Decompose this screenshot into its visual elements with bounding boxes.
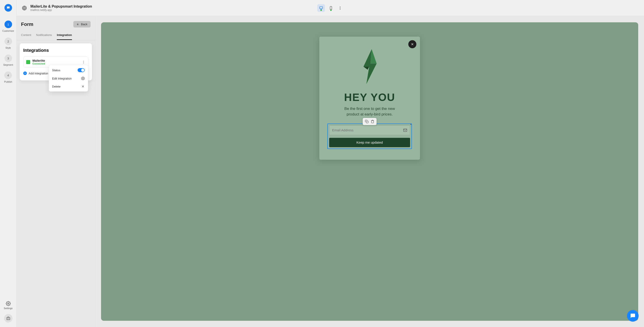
- ctx-delete-row[interactable]: Delete: [49, 82, 88, 90]
- step-number: 2: [4, 37, 12, 45]
- svg-point-7: [340, 7, 340, 8]
- help-chat-button[interactable]: [627, 310, 639, 322]
- mail-icon: [403, 128, 407, 132]
- plus-icon: +: [23, 71, 27, 75]
- popup: HEY YOU Be the first one to get the new …: [319, 37, 420, 160]
- globe-button[interactable]: [22, 5, 27, 11]
- back-label: Back: [81, 22, 88, 26]
- svg-point-9: [84, 61, 84, 61]
- back-button[interactable]: Back: [73, 21, 90, 27]
- settings-label: Settings: [4, 307, 13, 310]
- left-rail: 1 Customize 2 Style 3 Segment 4 Publish …: [0, 0, 16, 327]
- delete-field-button[interactable]: [370, 119, 375, 124]
- step-number: 1: [4, 20, 12, 28]
- page-title: MailerLite & Popupsmart Integration: [30, 4, 92, 8]
- ctx-delete-label: Delete: [52, 85, 60, 88]
- integrations-heading: Integrations: [23, 48, 88, 53]
- topbar-more-button[interactable]: [337, 5, 343, 11]
- svg-point-11: [84, 63, 84, 63]
- svg-rect-1: [6, 318, 10, 320]
- integration-context-menu: Status Edit Integration Delete: [49, 65, 88, 92]
- app-logo[interactable]: [4, 4, 12, 11]
- settings-button[interactable]: Settings: [4, 301, 13, 310]
- ctx-edit-row[interactable]: Edit Integration: [49, 74, 88, 82]
- required-mark: *: [410, 123, 412, 127]
- topbar: MailerLite & Popupsmart Integration tria…: [16, 0, 644, 16]
- more-vertical-icon: [82, 60, 86, 64]
- copy-icon: [365, 120, 368, 123]
- svg-point-6: [340, 6, 340, 7]
- gear-icon: [6, 301, 11, 306]
- svg-rect-3: [320, 7, 323, 9]
- integration-more-button[interactable]: [82, 60, 86, 64]
- mailerlite-icon: [26, 60, 30, 64]
- svg-rect-16: [366, 121, 368, 123]
- tab-notifications[interactable]: Notifications: [36, 33, 52, 40]
- svg-point-8: [340, 9, 340, 9]
- ctx-edit-label: Edit Integration: [52, 77, 72, 80]
- form-selection[interactable]: *: [327, 123, 412, 149]
- copy-field-button[interactable]: [364, 119, 369, 124]
- mobile-device-button[interactable]: [327, 4, 335, 12]
- page-subtitle: trialfirst.netlify.app: [30, 8, 92, 11]
- more-vertical-icon: [338, 6, 342, 10]
- submit-button[interactable]: Keep me updated: [329, 138, 410, 147]
- tab-content[interactable]: Content: [21, 33, 31, 40]
- popup-heading: HEY YOU: [344, 91, 395, 103]
- globe-icon: [22, 5, 27, 10]
- popup-close-button[interactable]: [408, 40, 416, 48]
- step-label: Segment: [3, 63, 13, 66]
- chat-icon: [630, 313, 636, 319]
- trash-icon: [371, 120, 374, 123]
- tab-integration[interactable]: Integration: [57, 33, 72, 40]
- field-toolbar: [363, 118, 376, 125]
- step-label: Customize: [2, 29, 14, 32]
- status-toggle[interactable]: [78, 68, 85, 72]
- step-label: Style: [5, 46, 11, 49]
- bolt-icon: [359, 49, 380, 84]
- svg-marker-15: [363, 66, 369, 70]
- step-customize[interactable]: 1 Customize: [2, 20, 14, 32]
- popup-body: Be the first one to get the new product …: [344, 106, 395, 117]
- desktop-device-button[interactable]: [317, 4, 325, 12]
- close-icon: [410, 42, 414, 46]
- step-segment[interactable]: 3 Segment: [3, 54, 13, 66]
- briefcase-icon: [6, 316, 10, 320]
- side-panel: Form Back Content Notifications Integrat…: [16, 16, 95, 327]
- workspace-button[interactable]: [4, 314, 12, 323]
- step-style[interactable]: 2 Style: [4, 37, 12, 49]
- integration-status: Connected: [32, 62, 45, 65]
- svg-point-0: [8, 303, 9, 304]
- panel-title: Form: [21, 21, 33, 27]
- step-number: 3: [4, 54, 12, 62]
- status-dot: [330, 9, 332, 11]
- gear-icon: [81, 77, 85, 80]
- step-number: 4: [4, 71, 12, 79]
- email-field-wrapper[interactable]: [329, 125, 410, 135]
- integrations-card: Integrations Mailerlite Connected +: [20, 43, 92, 80]
- ctx-status-row[interactable]: Status: [49, 66, 88, 74]
- add-integration-label: Add integration: [28, 72, 48, 75]
- popup-body-line2: product at early-bird prices.: [346, 112, 393, 116]
- step-label: Publish: [4, 80, 12, 83]
- email-input[interactable]: [332, 128, 403, 132]
- popup-body-line1: Be the first one to get the new: [344, 106, 395, 111]
- svg-point-10: [84, 62, 84, 62]
- close-icon: [81, 85, 85, 88]
- arrow-left-icon: [76, 23, 80, 26]
- integration-name: Mailerlite: [32, 59, 45, 62]
- status-dot: [320, 9, 322, 11]
- preview-canvas: HEY YOU Be the first one to get the new …: [95, 16, 644, 327]
- preview-background: HEY YOU Be the first one to get the new …: [101, 22, 638, 321]
- ctx-status-label: Status: [52, 68, 60, 72]
- step-publish[interactable]: 4 Publish: [4, 71, 12, 83]
- svg-point-12: [82, 78, 84, 79]
